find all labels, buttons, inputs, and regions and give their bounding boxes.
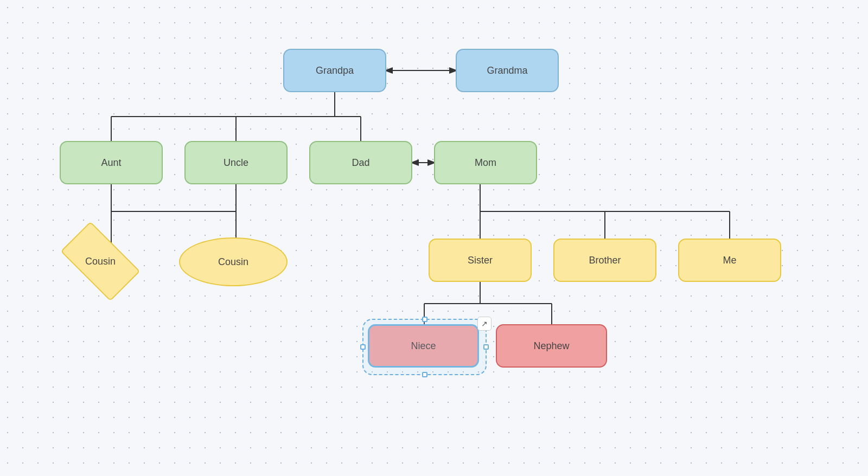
node-dad[interactable]: Dad <box>309 141 412 184</box>
node-dad-label: Dad <box>352 157 369 169</box>
node-grandma[interactable]: Grandma <box>456 49 559 92</box>
node-nephew[interactable]: Nephew <box>496 324 607 368</box>
node-sister-label: Sister <box>468 255 493 266</box>
node-mom-label: Mom <box>475 157 496 169</box>
node-uncle[interactable]: Uncle <box>184 141 288 184</box>
node-sister[interactable]: Sister <box>429 239 532 282</box>
node-brother[interactable]: Brother <box>553 239 656 282</box>
node-me[interactable]: Me <box>678 239 781 282</box>
node-grandpa-label: Grandpa <box>316 65 354 76</box>
node-grandpa[interactable]: Grandpa <box>283 49 386 92</box>
node-uncle-label: Uncle <box>224 157 248 169</box>
node-brother-label: Brother <box>589 255 621 266</box>
node-action-icon[interactable]: ↗ <box>477 317 492 331</box>
node-niece-selection <box>362 319 487 375</box>
node-cousin-oval[interactable]: Cousin <box>179 237 288 286</box>
diagram-canvas[interactable]: Grandpa Grandma Aunt Uncle Dad Mom Cousi… <box>0 0 868 476</box>
node-grandma-label: Grandma <box>487 65 527 76</box>
node-cousin-diamond[interactable]: Cousin <box>54 232 146 291</box>
node-aunt-label: Aunt <box>101 157 121 169</box>
node-me-label: Me <box>723 255 736 266</box>
node-cousin-oval-label: Cousin <box>218 256 248 268</box>
node-aunt[interactable]: Aunt <box>60 141 163 184</box>
node-nephew-label: Nephew <box>533 340 569 352</box>
node-mom[interactable]: Mom <box>434 141 537 184</box>
